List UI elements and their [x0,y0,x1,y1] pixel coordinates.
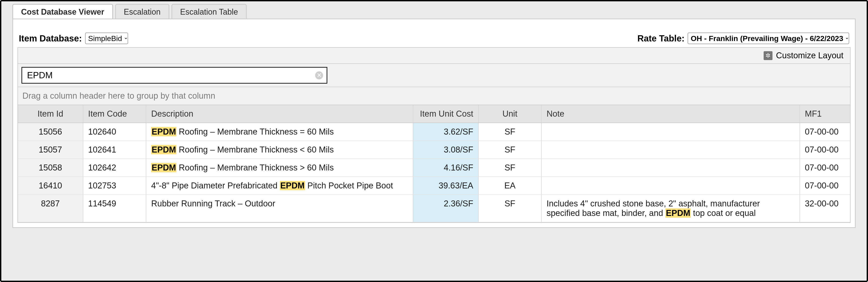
cell-item-id: 15058 [18,159,83,177]
cell-unit: SF [479,123,542,140]
cell-unit: SF [479,195,542,222]
grid-toolbar: ✲ Customize Layout [18,48,850,64]
data-grid: ✲ Customize Layout ✕ Drag a column heade… [18,47,850,223]
col-header-item-code[interactable]: Item Code [83,105,147,123]
customize-layout-button[interactable]: Customize Layout [776,51,843,60]
cell-unit-cost: 3.62/SF [413,123,479,140]
clear-search-icon[interactable]: ✕ [315,71,323,80]
tab-escalation[interactable]: Escalation [115,4,169,19]
cell-description: EPDM Roofing – Membrane Thickness < 60 M… [146,141,413,158]
cell-mf1: 07-00-00 [800,159,850,177]
cell-item-id: 16410 [18,177,83,194]
cell-unit: SF [479,141,542,158]
cell-unit-cost: 4.16/SF [413,159,479,177]
cell-item-code: 102753 [83,177,147,194]
cell-description: Rubber Running Track – Outdoor [146,195,413,222]
cell-unit-cost: 2.36/SF [413,195,479,222]
table-row[interactable]: 15056102640EPDM Roofing – Membrane Thick… [18,123,850,141]
grid-body: 15056102640EPDM Roofing – Membrane Thick… [18,123,850,222]
cell-item-id: 8287 [18,195,83,222]
cell-item-code: 102642 [83,159,147,177]
cell-description: EPDM Roofing – Membrane Thickness = 60 M… [146,123,413,140]
group-by-dropzone[interactable]: Drag a column header here to group by th… [18,87,850,105]
rate-table-label: Rate Table: [637,33,684,43]
search-box: ✕ [22,67,327,84]
tab-cost-database-viewer[interactable]: Cost Database Viewer [12,4,113,19]
cell-item-id: 15057 [18,141,83,158]
tab-escalation-table[interactable]: Escalation Table [172,4,247,19]
cell-unit-cost: 3.08/SF [413,141,479,158]
col-header-description[interactable]: Description [146,105,413,123]
cell-item-code: 102640 [83,123,147,140]
col-header-mf1[interactable]: MF1 [800,105,850,123]
cell-mf1: 07-00-00 [800,123,850,140]
rate-table-select[interactable]: OH - Franklin (Prevailing Wage) - 6/22/2… [688,33,849,44]
cell-description: 4"-8" Pipe Diameter Prefabricated EPDM P… [146,177,413,194]
table-row[interactable]: 164101027534"-8" Pipe Diameter Prefabric… [18,177,850,195]
cell-unit: EA [479,177,542,194]
grid-search-bar: ✕ [18,64,850,87]
search-input[interactable] [26,68,315,83]
table-row[interactable]: 15058102642EPDM Roofing – Membrane Thick… [18,159,850,177]
column-header-row: Item Id Item Code Description Item Unit … [18,105,850,123]
cell-unit-cost: 39.63/EA [413,177,479,194]
item-database-select[interactable]: SimpleBid [85,33,128,44]
col-header-item-id[interactable]: Item Id [18,105,83,123]
cell-note [541,177,800,194]
cell-note: Includes 4" crushed stone base, 2" aspha… [541,195,800,222]
tab-strip: Cost Database ViewerEscalationEscalation… [1,4,867,19]
col-header-note[interactable]: Note [541,105,800,123]
cell-mf1: 32-00-00 [800,195,850,222]
cell-description: EPDM Roofing – Membrane Thickness > 60 M… [146,159,413,177]
cell-mf1: 07-00-00 [800,177,850,194]
cell-note [541,123,800,140]
cell-note [541,141,800,158]
table-row[interactable]: 8287114549Rubber Running Track – Outdoor… [18,195,850,222]
cell-note [541,159,800,177]
cell-item-code: 114549 [83,195,147,222]
gear-icon: ✲ [764,51,773,60]
col-header-unit-cost[interactable]: Item Unit Cost [413,105,479,123]
cell-item-id: 15056 [18,123,83,140]
cell-mf1: 07-00-00 [800,141,850,158]
cell-item-code: 102641 [83,141,147,158]
item-database-label: Item Database: [19,33,82,43]
toolbar: Item Database: SimpleBid Rate Table: OH … [18,33,850,44]
table-row[interactable]: 15057102641EPDM Roofing – Membrane Thick… [18,141,850,159]
cell-unit: SF [479,159,542,177]
col-header-unit[interactable]: Unit [479,105,542,123]
app-window: Cost Database ViewerEscalationEscalation… [0,0,868,282]
cost-db-panel: Item Database: SimpleBid Rate Table: OH … [12,19,856,228]
